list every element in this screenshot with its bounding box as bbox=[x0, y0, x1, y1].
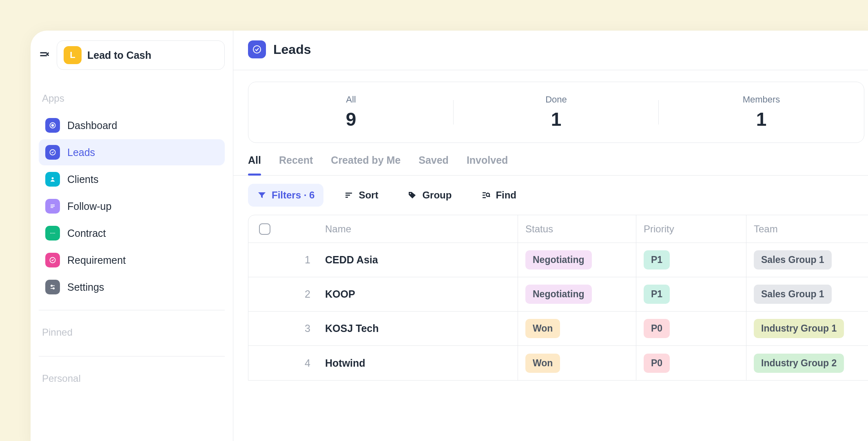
stat-label: All bbox=[346, 94, 356, 105]
tabs: All Recent Created by Me Saved Involved bbox=[233, 143, 868, 176]
sidebar-item-requirement[interactable]: Requirement bbox=[39, 247, 225, 273]
find-label: Find bbox=[496, 189, 516, 201]
priority-badge[interactable]: P0 bbox=[644, 319, 670, 338]
divider bbox=[233, 70, 868, 70]
tab-saved[interactable]: Saved bbox=[418, 154, 449, 175]
tab-created-by-me[interactable]: Created by Me bbox=[331, 154, 401, 175]
find-icon bbox=[481, 190, 491, 200]
row-name: Hotwind bbox=[318, 357, 518, 369]
section-apps-label: Apps bbox=[39, 86, 225, 112]
row-name: KOSJ Tech bbox=[318, 323, 518, 334]
table-body: 1CEDD AsiaNegotiatingP1Sales Group 12KOO… bbox=[248, 243, 868, 380]
page-icon bbox=[248, 40, 266, 58]
status-badge[interactable]: Won bbox=[525, 354, 560, 373]
settings-icon bbox=[45, 280, 60, 294]
sidebar: L Lead to Cash Apps Dashboard Leads Clie… bbox=[31, 31, 233, 441]
svg-line-27 bbox=[489, 196, 490, 197]
column-priority[interactable]: Priority bbox=[636, 215, 746, 243]
svg-point-5 bbox=[52, 177, 54, 179]
stat-all[interactable]: All 9 bbox=[248, 82, 454, 143]
stat-value: 9 bbox=[346, 108, 356, 130]
group-button[interactable]: Group bbox=[399, 184, 461, 207]
main-content: Leads All 9 Done 1 Members 1 All Recent … bbox=[233, 31, 868, 441]
row-priority: P0 bbox=[636, 312, 746, 345]
contract-icon bbox=[45, 226, 60, 241]
table-row[interactable]: 4HotwindWonP0Industry Group 2 bbox=[248, 346, 868, 380]
workspace-name: Lead to Cash bbox=[87, 49, 151, 61]
sidebar-item-settings[interactable]: Settings bbox=[39, 274, 225, 300]
sidebar-item-contract[interactable]: Contract bbox=[39, 220, 225, 246]
sidebar-item-label: Contract bbox=[67, 227, 106, 239]
priority-badge[interactable]: P1 bbox=[644, 250, 670, 270]
sidebar-header: L Lead to Cash bbox=[39, 40, 225, 70]
table-row[interactable]: 1CEDD AsiaNegotiatingP1Sales Group 1 bbox=[248, 243, 868, 277]
column-name[interactable]: Name bbox=[318, 223, 518, 235]
page-header: Leads bbox=[233, 40, 868, 70]
tag-icon bbox=[407, 190, 417, 200]
team-badge[interactable]: Sales Group 1 bbox=[754, 285, 832, 304]
priority-badge[interactable]: P0 bbox=[644, 354, 670, 373]
workspace-switcher[interactable]: L Lead to Cash bbox=[57, 40, 225, 70]
row-index: 3 bbox=[281, 323, 318, 334]
tab-all[interactable]: All bbox=[248, 154, 261, 175]
table-header: Name Status Priority Team bbox=[248, 215, 868, 243]
stat-value: 1 bbox=[756, 108, 767, 130]
stat-value: 1 bbox=[551, 108, 562, 130]
status-badge[interactable]: Won bbox=[525, 319, 560, 338]
sort-button[interactable]: Sort bbox=[335, 184, 387, 207]
sidebar-item-label: Settings bbox=[67, 281, 104, 293]
dashboard-icon bbox=[45, 118, 60, 133]
row-index: 2 bbox=[281, 288, 318, 300]
table-row[interactable]: 3KOSJ TechWonP0Industry Group 1 bbox=[248, 312, 868, 346]
app-window: L Lead to Cash Apps Dashboard Leads Clie… bbox=[31, 31, 868, 441]
tab-recent[interactable]: Recent bbox=[279, 154, 313, 175]
column-status[interactable]: Status bbox=[518, 215, 636, 243]
sidebar-item-dashboard[interactable]: Dashboard bbox=[39, 112, 225, 138]
row-name: KOOP bbox=[318, 288, 518, 300]
collapse-sidebar-icon[interactable] bbox=[39, 49, 50, 61]
svg-point-26 bbox=[486, 193, 489, 196]
tab-involved[interactable]: Involved bbox=[467, 154, 508, 175]
stat-done[interactable]: Done 1 bbox=[454, 82, 659, 143]
sidebar-item-leads[interactable]: Leads bbox=[39, 139, 225, 165]
row-priority: P0 bbox=[636, 346, 746, 380]
row-status: Won bbox=[518, 312, 636, 345]
leads-table: Name Status Priority Team 1CEDD AsiaNego… bbox=[248, 215, 868, 381]
toolbar: Filters · 6 Sort Group Find bbox=[233, 176, 868, 215]
sidebar-item-followup[interactable]: Follow-up bbox=[39, 193, 225, 219]
row-team: Sales Group 1 bbox=[746, 243, 868, 277]
status-badge[interactable]: Negotiating bbox=[525, 285, 592, 304]
svg-point-3 bbox=[52, 125, 54, 127]
team-badge[interactable]: Industry Group 2 bbox=[754, 354, 844, 373]
column-team[interactable]: Team bbox=[746, 215, 868, 243]
section-pinned-label: Pinned bbox=[39, 320, 225, 346]
find-button[interactable]: Find bbox=[472, 184, 525, 207]
page-title: Leads bbox=[273, 42, 311, 57]
row-status: Negotiating bbox=[518, 277, 636, 311]
section-personal-label: Personal bbox=[39, 366, 225, 392]
team-badge[interactable]: Industry Group 1 bbox=[754, 319, 844, 338]
stat-members[interactable]: Members 1 bbox=[659, 82, 864, 143]
requirement-icon bbox=[45, 253, 60, 267]
clients-icon bbox=[45, 172, 60, 187]
divider bbox=[39, 356, 225, 356]
table-row[interactable]: 2KOOPNegotiatingP1Sales Group 1 bbox=[248, 277, 868, 312]
row-team: Sales Group 1 bbox=[746, 277, 868, 311]
team-badge[interactable]: Sales Group 1 bbox=[754, 250, 832, 270]
svg-point-22 bbox=[410, 193, 411, 194]
sidebar-item-label: Leads bbox=[67, 147, 95, 158]
select-all-checkbox[interactable] bbox=[259, 223, 270, 235]
stats-row: All 9 Done 1 Members 1 bbox=[248, 82, 864, 143]
svg-point-15 bbox=[51, 285, 52, 286]
status-badge[interactable]: Negotiating bbox=[525, 250, 592, 270]
priority-badge[interactable]: P1 bbox=[644, 285, 670, 304]
row-index: 1 bbox=[281, 254, 318, 266]
sidebar-item-label: Follow-up bbox=[67, 200, 111, 212]
followup-icon bbox=[45, 199, 60, 214]
row-status: Negotiating bbox=[518, 243, 636, 277]
sidebar-item-clients[interactable]: Clients bbox=[39, 166, 225, 192]
workspace-avatar: L bbox=[64, 46, 82, 64]
filters-button[interactable]: Filters · 6 bbox=[248, 184, 323, 207]
row-priority: P1 bbox=[636, 277, 746, 311]
table-wrap: Name Status Priority Team 1CEDD AsiaNego… bbox=[233, 215, 868, 381]
